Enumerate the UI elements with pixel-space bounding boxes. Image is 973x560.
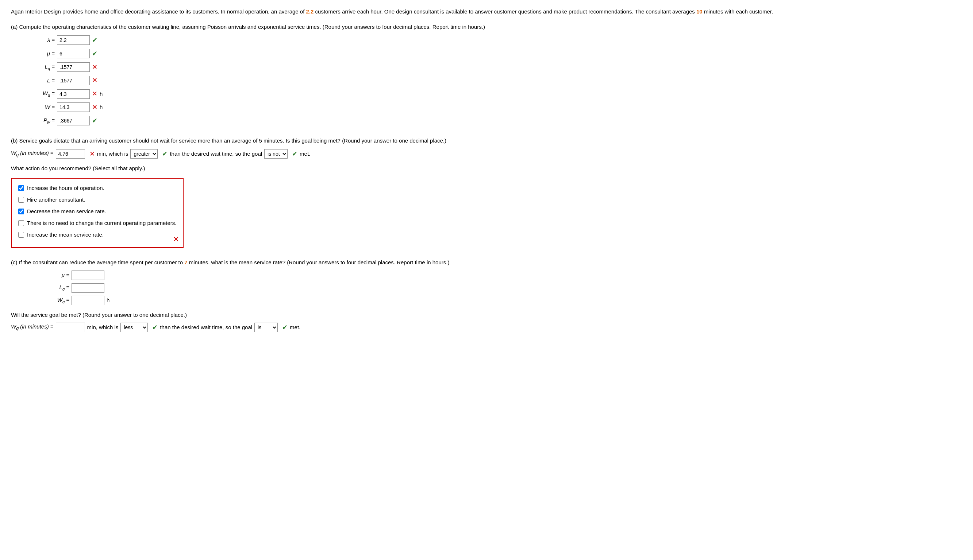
c-mu-input[interactable] bbox=[72, 270, 104, 280]
intro-paragraph: Agan Interior Design provides home and o… bbox=[11, 7, 962, 16]
l-label: L = bbox=[25, 76, 55, 85]
checkbox-item-1: Increase the hours of operation. bbox=[18, 184, 176, 192]
mu-label: μ = bbox=[25, 49, 55, 58]
c-wq-unit: h bbox=[107, 296, 109, 305]
checkbox-item-3: Decrease the mean service rate. bbox=[18, 207, 176, 216]
part-c-section: (c) If the consultant can reduce the ave… bbox=[11, 258, 962, 332]
part-b-wq-row: Wq (in minutes) = ✕ min, which is greate… bbox=[11, 149, 962, 159]
part-c-label: (c) If the consultant can reduce the ave… bbox=[11, 258, 962, 267]
part-b-wq-status: ✕ bbox=[89, 149, 95, 159]
lambda-label: λ = bbox=[25, 36, 55, 45]
part-b-wq-label: Wq (in minutes) = bbox=[11, 149, 53, 158]
checkbox-item-4: There is no need to change the current o… bbox=[18, 219, 176, 228]
checkbox-label-1: Increase the hours of operation. bbox=[27, 184, 104, 192]
w-row: W = ✕ h bbox=[25, 102, 962, 113]
part-b-goal-status: ✔ bbox=[292, 149, 298, 159]
part-b-comparison-status: ✔ bbox=[162, 149, 167, 159]
lambda-row: λ = ✔ bbox=[25, 35, 962, 45]
part-c-wq-label: Wq (in minutes) = bbox=[11, 322, 53, 332]
mu-status-icon: ✔ bbox=[92, 48, 97, 59]
part-c-goal-select[interactable]: is is not bbox=[254, 323, 278, 332]
part-c-met-text: met. bbox=[290, 323, 300, 332]
checkbox-item-5: Increase the mean service rate. bbox=[18, 230, 176, 239]
l-status-icon: ✕ bbox=[92, 75, 97, 86]
part-c-goal-label: Will the service goal be met? (Round you… bbox=[11, 311, 962, 319]
part-b-checkbox-group: Increase the hours of operation. Hire an… bbox=[11, 178, 184, 248]
wq-a-unit: h bbox=[100, 90, 102, 98]
part-c-wq-input[interactable] bbox=[56, 323, 85, 332]
checkbox-2[interactable] bbox=[18, 197, 24, 203]
w-unit: h bbox=[100, 103, 102, 112]
checkbox-4[interactable] bbox=[18, 220, 24, 226]
lq-input[interactable] bbox=[57, 62, 90, 72]
part-b-min-label: min, which is bbox=[97, 150, 129, 158]
lambda-input[interactable] bbox=[57, 35, 90, 45]
checkbox-3[interactable] bbox=[18, 208, 24, 214]
c-wq-row: Wq = h bbox=[40, 296, 962, 305]
mu-row: μ = ✔ bbox=[25, 48, 962, 59]
checkbox-5[interactable] bbox=[18, 232, 24, 238]
wq-a-status-icon: ✕ bbox=[92, 88, 97, 99]
part-c-fields: μ = Lq = Wq = h bbox=[25, 270, 962, 305]
pw-input[interactable] bbox=[57, 116, 90, 125]
c-lq-row: Lq = bbox=[40, 283, 962, 293]
part-b-comparison-select[interactable]: greater less equal bbox=[130, 149, 158, 158]
part-a-section: (a) Compute the operating characteristic… bbox=[11, 23, 962, 126]
lambda-status-icon: ✔ bbox=[92, 35, 97, 45]
part-b-met-text: met. bbox=[300, 150, 310, 158]
pw-status-icon: ✔ bbox=[92, 115, 97, 126]
w-label: W = bbox=[25, 103, 55, 112]
checkbox-item-2: Hire another consultant. bbox=[18, 195, 176, 204]
checkbox-group-error-icon: ✕ bbox=[173, 233, 179, 245]
part-b-goal-select[interactable]: is not is bbox=[264, 149, 288, 158]
c-wq-input[interactable] bbox=[72, 296, 104, 305]
w-status-icon: ✕ bbox=[92, 102, 97, 113]
part-c-min-label: min, which is bbox=[87, 323, 119, 332]
part-c-comparison-select[interactable]: less greater equal bbox=[120, 323, 148, 332]
wq-a-row: Wq = ✕ h bbox=[25, 88, 962, 99]
w-input[interactable] bbox=[57, 102, 90, 112]
part-c-wq-row: Wq (in minutes) = min, which is less gre… bbox=[11, 322, 962, 333]
checkbox-label-2: Hire another consultant. bbox=[27, 195, 85, 204]
lq-label: Lq = bbox=[25, 62, 55, 72]
part-c-goal-status: ✔ bbox=[282, 322, 288, 333]
wq-a-input[interactable] bbox=[57, 89, 90, 99]
mu-input[interactable] bbox=[57, 49, 90, 58]
part-c-than-text: than the desired wait time, so the goal bbox=[160, 323, 252, 332]
pw-label: Pw = bbox=[25, 116, 55, 126]
lq-status-icon: ✕ bbox=[92, 62, 97, 73]
l-row: L = ✕ bbox=[25, 75, 962, 86]
checkbox-label-4: There is no need to change the current o… bbox=[27, 219, 176, 228]
part-b-action-label: What action do you recommend? (Select al… bbox=[11, 164, 962, 173]
part-b-section: (b) Service goals dictate that an arrivi… bbox=[11, 137, 962, 248]
part-b-than-text: than the desired wait time, so the goal bbox=[170, 150, 262, 158]
checkbox-label-3: Decrease the mean service rate. bbox=[27, 207, 106, 216]
pw-row: Pw = ✔ bbox=[25, 115, 962, 126]
checkbox-label-5: Increase the mean service rate. bbox=[27, 230, 104, 239]
lq-row: Lq = ✕ bbox=[25, 62, 962, 73]
c-mu-row: μ = bbox=[40, 270, 962, 280]
c-lq-input[interactable] bbox=[72, 283, 104, 293]
checkbox-1[interactable] bbox=[18, 185, 24, 191]
part-b-wq-input[interactable] bbox=[56, 149, 85, 158]
l-input[interactable] bbox=[57, 76, 90, 85]
c-wq-label: Wq = bbox=[40, 296, 69, 305]
part-b-label: (b) Service goals dictate that an arrivi… bbox=[11, 137, 962, 145]
wq-a-label: Wq = bbox=[25, 89, 55, 99]
c-mu-label: μ = bbox=[40, 271, 69, 280]
part-a-label: (a) Compute the operating characteristic… bbox=[11, 23, 962, 32]
part-c-comparison-status: ✔ bbox=[152, 322, 158, 333]
c-lq-label: Lq = bbox=[40, 283, 69, 293]
